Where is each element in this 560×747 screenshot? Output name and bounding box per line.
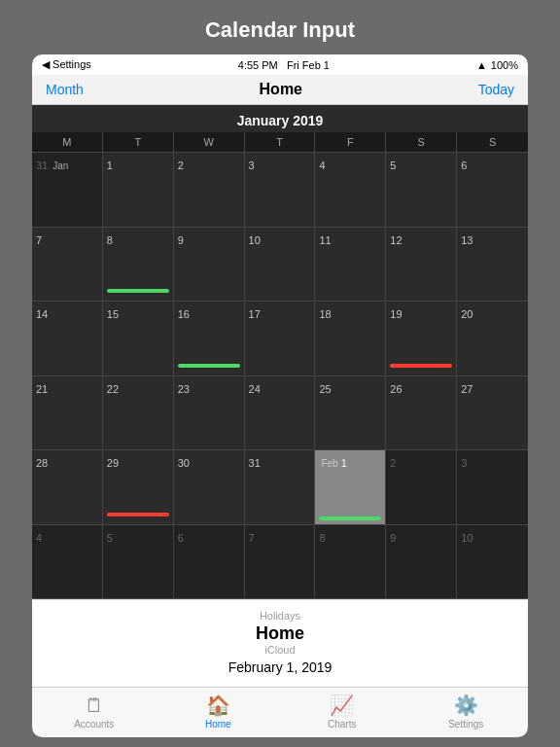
- cal-cell-16[interactable]: 16: [174, 302, 245, 376]
- cal-cell-2[interactable]: 2: [174, 153, 245, 228]
- tab-charts[interactable]: 📈 Charts: [280, 694, 404, 729]
- nav-title: Home: [260, 81, 302, 98]
- cal-cell-7[interactable]: 7: [32, 228, 103, 302]
- calendar-area: January 2019 M T W T F S S 31 Jan 1 2 3 …: [32, 105, 528, 599]
- tab-home[interactable]: 🏠 Home: [157, 694, 281, 729]
- event-bar-8-green: [107, 289, 169, 293]
- cal-cell-8[interactable]: 8: [103, 228, 174, 302]
- tab-home-label: Home: [205, 719, 231, 729]
- cal-cell-feb8[interactable]: 8: [315, 525, 386, 600]
- info-top-label: Holidays: [260, 610, 300, 622]
- event-bar-29-red: [107, 513, 169, 516]
- cal-cell-26[interactable]: 26: [386, 376, 457, 451]
- home-icon: 🏠: [206, 694, 230, 717]
- status-right: ▲ 100%: [476, 59, 518, 71]
- cal-cell-feb4[interactable]: 4: [32, 525, 103, 600]
- cal-cell-12[interactable]: 12: [386, 228, 457, 302]
- weekday-2: W: [174, 132, 245, 152]
- tab-charts-label: Charts: [328, 719, 356, 729]
- cal-cell-5[interactable]: 5: [386, 153, 457, 228]
- cal-cell-28[interactable]: 28: [32, 450, 103, 525]
- weekday-1: T: [103, 132, 174, 152]
- cal-cell-feb3[interactable]: 3: [457, 450, 528, 525]
- cal-cell-13[interactable]: 13: [457, 228, 528, 302]
- cal-cell-11[interactable]: 11: [315, 228, 386, 302]
- weekday-6: S: [457, 132, 528, 152]
- info-calendar-type: iCloud: [264, 644, 295, 656]
- cal-cell-10[interactable]: 10: [245, 228, 316, 302]
- cal-cell-15[interactable]: 15: [103, 302, 174, 376]
- status-time: 4:55 PM: [238, 59, 278, 71]
- event-bar-19-red: [390, 364, 452, 368]
- tab-settings[interactable]: ⚙️ Settings: [404, 694, 529, 729]
- cal-cell-feb7[interactable]: 7: [245, 525, 316, 600]
- month-button[interactable]: Month: [46, 82, 84, 97]
- cal-cell-feb5[interactable]: 5: [103, 525, 174, 600]
- cal-cell-feb6[interactable]: 6: [174, 525, 245, 600]
- info-date: February 1, 2019: [228, 659, 332, 675]
- settings-icon: ⚙️: [454, 694, 478, 717]
- cal-cell-9[interactable]: 9: [174, 228, 245, 302]
- tab-accounts[interactable]: 🗒 Accounts: [32, 694, 157, 729]
- calendar-month-title: January 2019: [32, 105, 528, 132]
- cal-cell-27[interactable]: 27: [457, 376, 528, 451]
- phone-frame: ◀ Settings 4:55 PM Fri Feb 1 ▲ 100% Mont…: [32, 54, 528, 737]
- status-settings[interactable]: ◀ Settings: [42, 58, 91, 71]
- cal-cell-14[interactable]: 14: [32, 302, 103, 376]
- tab-accounts-label: Accounts: [74, 719, 114, 729]
- cal-cell-25[interactable]: 25: [315, 376, 386, 451]
- cal-cell-feb2[interactable]: 2: [386, 450, 457, 525]
- cal-cell-20[interactable]: 20: [457, 302, 528, 376]
- info-panel: Holidays Home iCloud February 1, 2019: [32, 599, 528, 687]
- weekday-5: S: [386, 132, 457, 152]
- cal-cell-30[interactable]: 30: [174, 450, 245, 525]
- status-day: Fri Feb 1: [287, 59, 330, 71]
- tab-bar: 🗒 Accounts 🏠 Home 📈 Charts ⚙️ Settings: [32, 687, 528, 737]
- cal-cell-feb10[interactable]: 10: [457, 525, 528, 600]
- cal-cell-6[interactable]: 6: [457, 153, 528, 228]
- event-bar-16-green: [178, 364, 240, 368]
- wifi-icon: ▲: [476, 59, 487, 71]
- weekday-4: F: [315, 132, 386, 152]
- cal-cell-18[interactable]: 18: [315, 302, 386, 376]
- cal-cell-4[interactable]: 4: [315, 153, 386, 228]
- cal-cell-dec31[interactable]: 31 Jan: [32, 153, 103, 228]
- cal-cell-21[interactable]: 21: [32, 376, 103, 451]
- weekday-3: T: [245, 132, 316, 152]
- calendar-weekdays: M T W T F S S: [32, 132, 528, 152]
- charts-icon: 📈: [330, 694, 354, 717]
- cal-cell-feb1[interactable]: Feb 1: [315, 450, 386, 525]
- status-bar: ◀ Settings 4:55 PM Fri Feb 1 ▲ 100%: [32, 54, 528, 75]
- calendar-grid: 31 Jan 1 2 3 4 5 6 7 8 9 10 11 12 13 14 …: [32, 152, 528, 599]
- cal-cell-17[interactable]: 17: [245, 302, 316, 376]
- info-calendar-name: Home: [256, 623, 304, 644]
- cal-cell-1[interactable]: 1: [103, 153, 174, 228]
- event-bar-feb1-green: [319, 516, 381, 520]
- battery-label: 100%: [491, 59, 518, 71]
- page-title: Calendar Input: [0, 0, 560, 54]
- cal-cell-24[interactable]: 24: [245, 376, 316, 451]
- tab-settings-label: Settings: [448, 719, 483, 729]
- cal-cell-3[interactable]: 3: [245, 153, 316, 228]
- status-time-day: 4:55 PM Fri Feb 1: [238, 59, 330, 71]
- nav-bar: Month Home Today: [32, 75, 528, 105]
- cal-cell-19[interactable]: 19: [386, 302, 457, 376]
- cal-cell-23[interactable]: 23: [174, 376, 245, 451]
- cal-cell-31[interactable]: 31: [245, 450, 316, 525]
- cal-cell-29[interactable]: 29: [103, 450, 174, 525]
- accounts-icon: 🗒: [85, 694, 104, 717]
- weekday-0: M: [32, 132, 103, 152]
- cal-cell-feb9[interactable]: 9: [386, 525, 457, 600]
- today-button[interactable]: Today: [478, 82, 514, 97]
- cal-cell-22[interactable]: 22: [103, 376, 174, 451]
